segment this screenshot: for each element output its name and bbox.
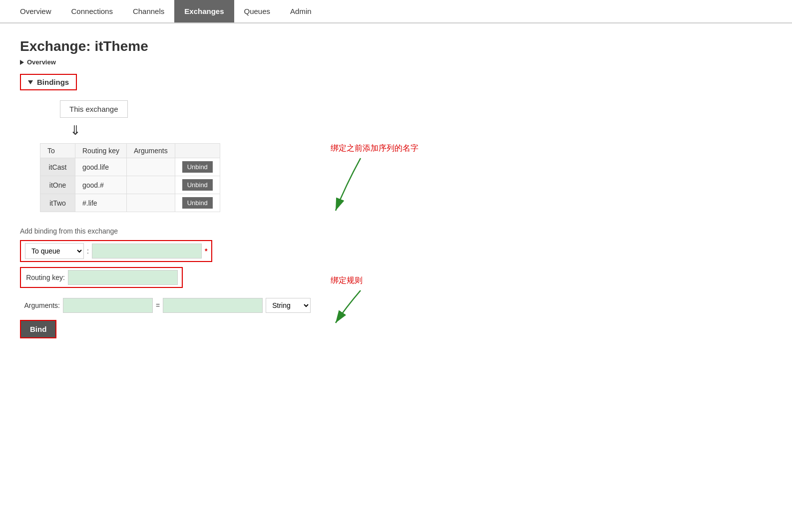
table-row: itTwo #.life Unbind <box>40 194 220 212</box>
nav-item-channels[interactable]: Channels <box>123 0 174 22</box>
table-row: itOne good.# Unbind <box>40 176 220 194</box>
triangle-down-icon <box>28 80 33 84</box>
title-prefix: Exchange: <box>20 38 94 54</box>
to-queue-select[interactable]: To queue To exchange <box>25 243 84 259</box>
annotation1-content: 绑定之前添加序列的名字 <box>331 143 418 216</box>
annotations-area: 绑定之前添加序列的名字 绑定规则 <box>331 138 418 328</box>
nav-item-connections[interactable]: Connections <box>61 0 123 22</box>
nav-item-exchanges[interactable]: Exchanges <box>174 0 234 22</box>
to-queue-row: To queue To exchange : * <box>20 240 212 262</box>
add-binding-label: Add binding from this exchange <box>20 227 311 235</box>
annotation1-text: 绑定之前添加序列的名字 <box>331 143 418 154</box>
bindings-header: Bindings <box>28 78 69 86</box>
overview-link[interactable]: Overview <box>20 58 679 66</box>
arguments-label: Arguments: <box>20 301 60 309</box>
page-title: Exchange: itTheme <box>20 38 679 54</box>
arguments-key-input[interactable] <box>63 298 153 313</box>
routing-key-row-wrap: Routing key: <box>20 267 311 293</box>
green-arrow1-svg <box>331 156 391 216</box>
annotation2-text: 绑定规则 <box>331 275 363 286</box>
routing-key-label: Routing key: <box>25 273 65 281</box>
bind-button[interactable]: Bind <box>21 321 55 337</box>
bindings-table: To Routing key Arguments itCast good.lif… <box>40 143 220 212</box>
overview-label: Overview <box>27 58 56 66</box>
col-header-routing-key: Routing key <box>75 144 127 158</box>
routing-key-input[interactable] <box>68 270 178 285</box>
annotation2-content: 绑定规则 <box>331 275 391 328</box>
col-header-action <box>175 144 220 158</box>
this-exchange-label: This exchange <box>69 105 118 113</box>
queue-name-input[interactable] <box>92 244 202 259</box>
green-arrow2-svg <box>331 288 391 328</box>
bindings-section: Bindings <box>20 74 77 90</box>
type-select[interactable]: String Number Boolean <box>266 298 311 313</box>
arguments-cell <box>126 158 175 176</box>
col-header-arguments: Arguments <box>126 144 175 158</box>
table-row: itCast good.life Unbind <box>40 158 220 176</box>
page-content: Exchange: itTheme Overview Bindings This… <box>0 23 699 353</box>
routing-key-row: Routing key: <box>20 267 183 288</box>
unbind-button[interactable]: Unbind <box>182 179 213 191</box>
triangle-right-icon <box>20 60 24 65</box>
nav-item-queues[interactable]: Queues <box>234 0 281 22</box>
annotation1-area: 绑定之前添加序列的名字 <box>331 143 418 216</box>
unbind-cell: Unbind <box>175 158 220 176</box>
required-star: * <box>205 247 207 255</box>
nav-bar: OverviewConnectionsChannelsExchangesQueu… <box>0 0 792 23</box>
bindings-table-area: To Routing key Arguments itCast good.lif… <box>20 143 311 338</box>
nav-item-overview[interactable]: Overview <box>10 0 61 22</box>
queue-cell: itTwo <box>40 194 75 212</box>
bind-button-wrapper: Bind <box>20 320 56 338</box>
arguments-row: Arguments: = String Number Boolean <box>20 298 311 313</box>
bindings-label: Bindings <box>37 78 69 86</box>
this-exchange-box: This exchange <box>60 100 128 118</box>
eq-sign: = <box>156 301 160 309</box>
unbind-cell: Unbind <box>175 176 220 194</box>
routing-key-cell: good.life <box>75 158 127 176</box>
routing-key-cell: good.# <box>75 176 127 194</box>
exchange-flow: This exchange ⇓ <box>30 100 679 138</box>
queue-cell: itCast <box>40 158 75 176</box>
unbind-cell: Unbind <box>175 194 220 212</box>
arguments-value-input[interactable] <box>163 298 263 313</box>
annotation2-area: 绑定规则 <box>331 275 418 328</box>
unbind-button[interactable]: Unbind <box>182 161 213 173</box>
down-arrow: ⇓ <box>70 123 679 138</box>
arguments-cell <box>126 194 175 212</box>
arguments-cell <box>126 176 175 194</box>
nav-item-admin[interactable]: Admin <box>280 0 322 22</box>
col-header-to: To <box>40 144 75 158</box>
title-name: itTheme <box>94 38 148 54</box>
unbind-button[interactable]: Unbind <box>182 197 213 209</box>
colon-separator: : <box>87 247 89 255</box>
routing-key-cell: #.life <box>75 194 127 212</box>
queue-cell: itOne <box>40 176 75 194</box>
